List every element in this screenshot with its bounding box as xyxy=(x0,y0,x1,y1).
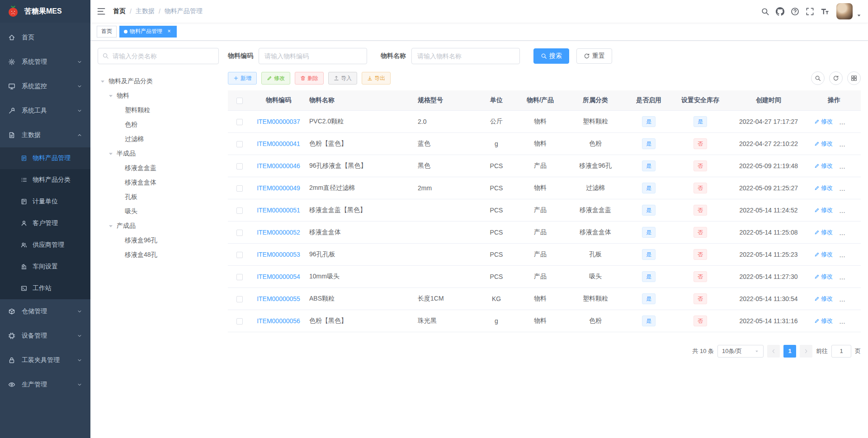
row-checkbox[interactable] xyxy=(236,230,243,236)
row-checkbox[interactable] xyxy=(236,296,243,302)
sidebar-item-workshop-setting[interactable]: 车间设置 xyxy=(0,256,90,278)
row-edit-link[interactable]: 修改 xyxy=(814,273,833,281)
material-code-link[interactable]: ITEM00000056 xyxy=(257,317,300,325)
material-name-input[interactable] xyxy=(411,48,520,64)
tree-expand-caret-icon[interactable] xyxy=(108,223,114,229)
breadcrumb-item[interactable]: 主数据 xyxy=(136,7,155,15)
tree-node[interactable]: 移液盒96孔 xyxy=(98,233,219,248)
refresh-table-button[interactable] xyxy=(829,71,843,85)
material-code-link[interactable]: ITEM00000037 xyxy=(257,118,300,125)
category-search-input[interactable] xyxy=(98,48,219,64)
page-size-select[interactable]: 10条/页 xyxy=(717,345,764,358)
row-checkbox[interactable] xyxy=(236,274,243,280)
material-code-link[interactable]: ITEM00000049 xyxy=(257,184,300,192)
sidebar-item-material-product-manage[interactable]: 物料产品管理 xyxy=(0,147,90,169)
tree-node[interactable]: 移液盒盒体 xyxy=(98,175,219,190)
sidebar-item-production-manage[interactable]: 生产管理 xyxy=(0,372,90,397)
tree-node[interactable]: 物料 xyxy=(98,89,219,103)
sidebar-item-material-product-category[interactable]: 物料产品分类 xyxy=(0,169,90,191)
tree-expand-caret-icon[interactable] xyxy=(108,151,114,157)
row-checkbox[interactable] xyxy=(236,252,243,258)
next-page-button[interactable] xyxy=(800,345,812,358)
sidebar-item-workstation[interactable]: 工作站 xyxy=(0,278,90,299)
tree-node[interactable]: 移液盒盒盖 xyxy=(98,161,219,175)
row-edit-link[interactable]: 修改 xyxy=(814,295,833,303)
sidebar-item-customer-manage[interactable]: 客户管理 xyxy=(0,212,90,234)
sidebar-item-home[interactable]: 首页 xyxy=(0,25,90,50)
font-size-icon[interactable] xyxy=(821,7,829,16)
logo[interactable]: 苦糖果MES xyxy=(0,0,90,23)
tree-node[interactable]: 塑料颗粒 xyxy=(98,103,219,118)
row-edit-link[interactable]: 修改 xyxy=(814,118,833,126)
help-icon[interactable] xyxy=(791,7,799,16)
prev-page-button[interactable] xyxy=(767,345,780,358)
material-code-link[interactable]: ITEM00000055 xyxy=(257,295,300,302)
search-icon[interactable] xyxy=(761,7,769,16)
row-checkbox[interactable] xyxy=(236,318,243,325)
add-button[interactable]: 新增 xyxy=(228,72,257,85)
row-checkbox[interactable] xyxy=(236,119,243,125)
material-code-link[interactable]: ITEM00000052 xyxy=(257,229,300,236)
sidebar-item-equipment-manage[interactable]: 设备管理 xyxy=(0,324,90,348)
row-edit-link[interactable]: 修改 xyxy=(814,228,833,236)
material-code-link[interactable]: ITEM00000051 xyxy=(257,207,300,214)
tree-expand-caret-icon[interactable] xyxy=(99,78,106,85)
sidebar-item-supplier-manage[interactable]: 供应商管理 xyxy=(0,234,90,256)
material-code-link[interactable]: ITEM00000053 xyxy=(257,251,300,258)
tree-node[interactable]: 色粉 xyxy=(98,118,219,132)
show-search-button[interactable] xyxy=(811,71,825,85)
select-all-checkbox[interactable] xyxy=(236,98,243,104)
sidebar-item-measure-unit[interactable]: 计量单位 xyxy=(0,191,90,212)
hamburger-icon[interactable] xyxy=(97,7,106,16)
fullscreen-icon[interactable] xyxy=(806,7,814,16)
import-button[interactable]: 导入 xyxy=(328,72,357,85)
breadcrumb-item[interactable]: 首页 xyxy=(113,7,126,15)
github-icon[interactable] xyxy=(776,7,784,16)
tree-node[interactable]: 过滤棉 xyxy=(98,132,219,146)
reset-button[interactable]: 重置 xyxy=(576,48,612,64)
sidebar-item-fixture-manage[interactable]: 工装夹具管理 xyxy=(0,348,90,372)
tree-node[interactable]: 物料及产品分类 xyxy=(98,74,219,89)
row-checkbox[interactable] xyxy=(236,185,243,192)
tree-node[interactable]: 产成品 xyxy=(98,219,219,233)
row-edit-link[interactable]: 修改 xyxy=(814,206,833,214)
safety-stock-badge: 否 xyxy=(693,138,707,149)
user-avatar[interactable] xyxy=(836,3,853,19)
sidebar-item-system-tools[interactable]: 系统工具 xyxy=(0,99,90,123)
page-button-1[interactable]: 1 xyxy=(783,345,796,358)
material-code-link[interactable]: ITEM00000041 xyxy=(257,140,300,147)
sidebar-item-system-monitor[interactable]: 系统监控 xyxy=(0,74,90,99)
row-edit-link[interactable]: 修改 xyxy=(814,162,833,170)
search-button[interactable]: 搜索 xyxy=(533,48,569,64)
column-settings-button[interactable] xyxy=(847,71,861,85)
material-code-link[interactable]: ITEM00000046 xyxy=(257,162,300,170)
tree-expand-caret-icon[interactable] xyxy=(108,93,114,99)
tab-close-icon[interactable]: × xyxy=(166,28,172,35)
cell-select xyxy=(228,287,251,310)
material-code-link[interactable]: ITEM00000054 xyxy=(257,273,300,280)
sidebar-item-warehouse-manage[interactable]: 仓储管理 xyxy=(0,299,90,324)
row-edit-link[interactable]: 修改 xyxy=(814,140,833,148)
tree-node[interactable]: 孔板 xyxy=(98,190,219,204)
sidebar-item-master-data[interactable]: 主数据 xyxy=(0,123,90,147)
row-edit-link[interactable]: 修改 xyxy=(814,250,833,259)
tree-node[interactable]: 半成品 xyxy=(98,146,219,161)
row-checkbox[interactable] xyxy=(236,163,243,170)
row-checkbox[interactable] xyxy=(236,207,243,214)
avatar-caret-down-icon[interactable] xyxy=(856,13,862,18)
delete-button[interactable]: 删除 xyxy=(295,72,324,85)
sidebar-item-system-manage[interactable]: 系统管理 xyxy=(0,50,90,74)
tree-node[interactable]: 吸头 xyxy=(98,204,219,219)
row-edit-link[interactable]: 修改 xyxy=(814,184,833,192)
goto-page-input[interactable] xyxy=(831,345,851,358)
row-checkbox[interactable] xyxy=(236,141,243,147)
material-code-input[interactable] xyxy=(259,48,367,64)
export-button[interactable]: 导出 xyxy=(362,72,391,85)
edit-button[interactable]: 修改 xyxy=(261,72,290,85)
cell-spec xyxy=(414,265,476,287)
tab-home[interactable]: 首页 xyxy=(97,26,117,38)
tab-material-product-manage[interactable]: 物料产品管理× xyxy=(119,26,177,38)
row-edit-link[interactable]: 修改 xyxy=(814,317,833,325)
cell-created: 2022-05-14 11:27:30 xyxy=(730,265,807,287)
tree-node[interactable]: 移液盒48孔 xyxy=(98,248,219,262)
